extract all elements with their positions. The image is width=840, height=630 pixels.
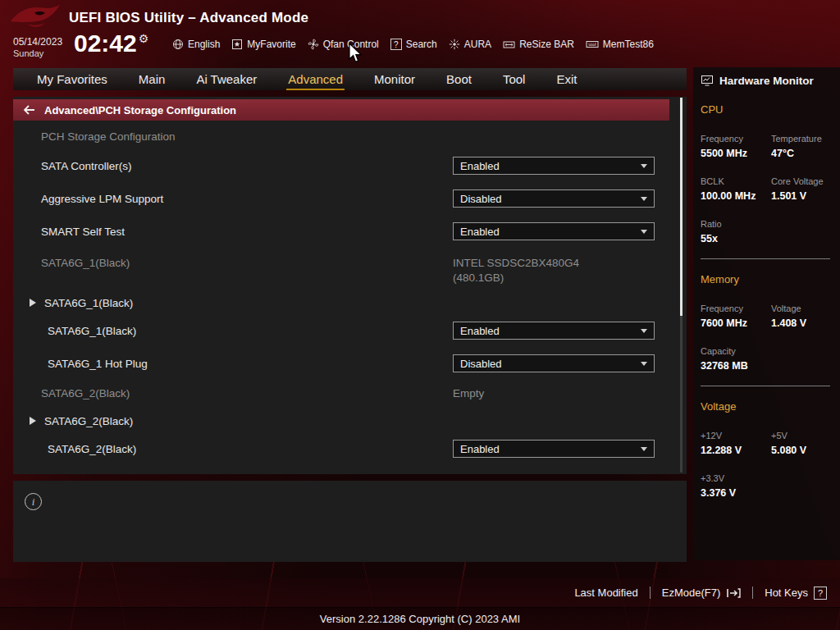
metric-label: +5V [771,431,832,441]
hot-keys-label: Hot Keys [765,587,808,599]
metric-value: 5500 MHz [701,148,771,159]
metric-value: 12.288 V [701,445,771,456]
chevron-down-icon [641,329,647,333]
chevron-down-icon [641,230,647,234]
chevron-down-icon [641,197,647,201]
metric-value: 100.00 MHz [701,190,771,202]
metric-label: Frequency [701,304,771,313]
hw-section-title: CPU [701,103,832,116]
sata6g2-dropdown[interactable]: Enabled [453,440,655,458]
hw-metric: +5V 5.080 V [771,431,832,456]
hw-metric: +12V 12.288 V [701,431,771,456]
metric-value: 1.408 V [771,317,832,329]
setting-label: SATA6G_2(Black) [48,443,136,455]
chevron-down-icon [641,164,647,168]
metric-label: Temperature [771,134,832,144]
hot-keys-button[interactable]: Hot Keys ? [765,587,827,600]
tab-ai-tweaker[interactable]: Ai Tweaker [194,71,258,88]
sata6g1-hot-plug-dropdown[interactable]: Disabled [453,354,655,372]
tab-exit[interactable]: Exit [555,71,578,88]
metric-value: 47°C [771,148,832,159]
metric-label: BCLK [701,176,771,186]
dropdown-value: Enabled [460,160,641,172]
hardware-monitor-header: Hardware Monitor [701,75,832,87]
ezmode-button[interactable]: EzMode(F7) [662,587,742,599]
expand-label: SATA6G_1(Black) [44,297,133,309]
toolbar-item-aura[interactable]: AURA [449,39,491,50]
hw-section-cpu: CPU Frequency 5500 MHz Temperature 47°C … [701,103,832,244]
tab-tool[interactable]: Tool [501,71,527,88]
toolbar-item-resize-bar[interactable]: ReSize BAR [503,39,574,50]
monitor-icon [701,75,714,87]
hardware-monitor-title: Hardware Monitor [719,75,814,87]
tab-monitor[interactable]: Monitor [372,71,417,88]
tab-my-favorites[interactable]: My Favorites [35,71,109,88]
setting-label: SMART Self Test [41,226,125,238]
ezmode-switch-icon [726,587,741,599]
dropdown-value: Enabled [460,226,641,238]
smart-self-test-dropdown[interactable]: Enabled [453,222,655,240]
setting-row-smart-self-test: SMART Self Test Enabled [13,222,669,240]
toolbar-item-qfan-control[interactable]: Qfan Control [308,39,379,50]
metric-label: +12V [701,431,771,441]
gear-icon[interactable]: ⚙ [139,32,149,45]
toolbar-item-label: MyFavorite [247,39,295,50]
toolbar-item-english[interactable]: English [172,39,220,50]
expand-row-sata6g2[interactable]: SATA6G_2(Black) [13,412,669,430]
dropdown-value: Disabled [460,193,641,205]
hw-metric: Frequency 7600 MHz [701,304,771,329]
setting-label: SATA Controller(s) [41,160,132,172]
metric-value: 3.376 V [701,487,771,499]
fan-icon [308,39,319,50]
setting-label: SATA6G_1(Black) [48,325,136,337]
date-display: 05/14/2023 Sunday [13,36,62,59]
app-title: UEFI BIOS Utility – Advanced Mode [69,10,308,26]
dropdown-value: Enabled [460,443,641,455]
setting-row-sata-controllers: SATA Controller(s) Enabled [13,157,669,175]
hw-section-voltage: Voltage +12V 12.288 V +5V 5.080 V +3.3V … [701,400,832,499]
metric-value: 32768 MB [701,360,771,372]
back-arrow-icon[interactable] [23,105,36,115]
divider [701,386,830,386]
resize-bar-icon [503,39,515,50]
metric-label: Ratio [701,219,771,229]
sata-controllers-dropdown[interactable]: Enabled [453,157,655,175]
scrollbar-track[interactable] [680,98,682,472]
metric-label: +3.3V [701,473,771,483]
hw-metric: Ratio 55x [701,219,771,244]
hw-section-title: Voltage [701,400,832,413]
metric-value: 1.501 V [771,190,832,202]
toolbar-item-label: Search [406,39,437,50]
date-value: 05/14/2023 [13,36,62,48]
setting-label: SATA6G_2(Black) [41,387,130,399]
metric-label: Capacity [701,346,771,356]
hardware-monitor-panel: Hardware Monitor CPU Frequency 5500 MHz … [693,67,840,560]
tab-advanced[interactable]: Advanced [286,71,345,88]
hw-metric: Core Voltage 1.501 V [771,176,832,202]
divider [752,587,753,599]
divider [701,258,830,259]
toolbar-item-search[interactable]: ? Search [390,39,437,50]
sata6g1-dropdown[interactable]: Enabled [453,322,655,340]
dropdown-value: Disabled [460,358,641,370]
tab-main[interactable]: Main [137,71,167,88]
metric-value: 5.080 V [771,445,832,456]
drive-capacity: (480.1GB) [453,271,579,285]
metric-label: Voltage [771,304,832,313]
last-modified-button[interactable]: Last Modified [574,587,637,599]
tab-boot[interactable]: Boot [445,71,473,88]
toolbar-item-memtest86[interactable]: MemTest86 [586,39,654,50]
rog-logo [10,3,61,30]
aggressive-lpm-dropdown[interactable]: Disabled [453,189,655,208]
divider [650,587,651,599]
expand-row-sata6g1[interactable]: SATA6G_1(Black) [13,294,669,312]
time-value: 02:42 [74,30,137,57]
question-mark-icon: ? [814,587,827,600]
globe-icon [172,39,184,50]
toolbar-item-label: Qfan Control [323,39,379,50]
scrollbar-thumb[interactable] [680,98,682,316]
toolbar-item-myfavorite[interactable]: MyFavorite [231,39,295,50]
expand-arrow-icon [30,417,36,425]
main-nav: My Favorites Main Ai Tweaker Advanced Mo… [13,68,687,90]
hw-metric: Frequency 5500 MHz [701,134,771,159]
